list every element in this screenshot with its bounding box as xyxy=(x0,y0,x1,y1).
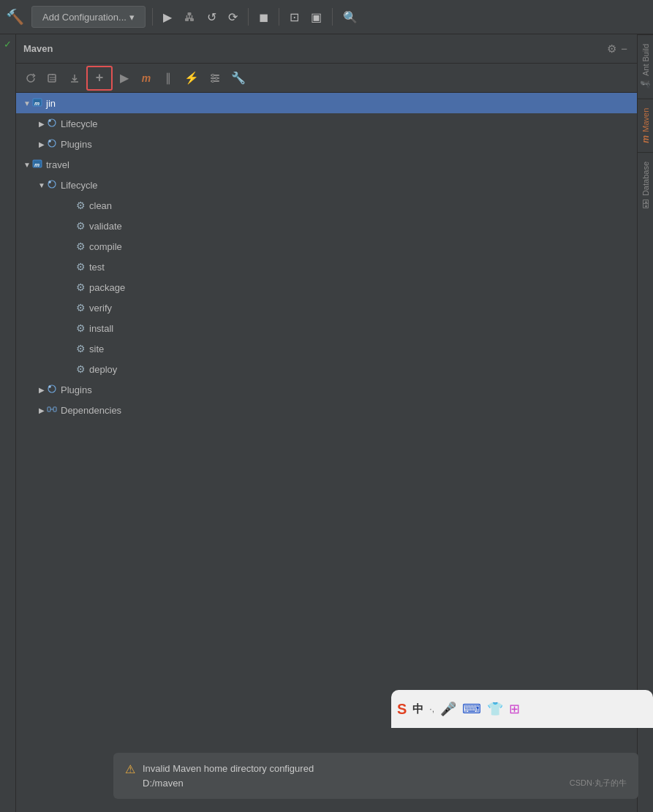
maven-download-button[interactable] xyxy=(64,68,85,88)
ant-tab-label: Ant Build xyxy=(641,44,650,76)
sidebar-tab-ant[interactable]: 🐜 Ant Build xyxy=(638,34,654,99)
tree-item-travel-plugins[interactable]: ▶ Plugins xyxy=(16,379,637,400)
tree-item-deploy[interactable]: ▶ ⚙ deploy xyxy=(16,359,637,379)
travel-maven-icon: m xyxy=(32,159,42,171)
jin-toggle[interactable]: ▼ xyxy=(22,99,32,107)
ant-tab-icon: 🐜 xyxy=(641,79,651,90)
maven-minimize-button[interactable]: − xyxy=(619,40,630,57)
test-label: test xyxy=(89,262,105,273)
maven-add-project-button[interactable] xyxy=(42,68,63,88)
toolbar-separator-3 xyxy=(279,8,279,26)
svg-rect-2 xyxy=(187,12,191,15)
maven-run-button[interactable]: ▶ xyxy=(114,68,135,88)
maven-panel-title: Maven xyxy=(23,43,605,54)
travel-dependencies-toggle[interactable]: ▶ xyxy=(37,406,47,414)
compile-label: compile xyxy=(89,241,122,252)
svg-point-12 xyxy=(212,74,214,76)
maven-wrench-button[interactable]: 🔧 xyxy=(227,68,250,88)
svg-point-14 xyxy=(212,80,214,82)
maven-execute-button[interactable]: m xyxy=(136,68,156,88)
maven-tab-label: Maven xyxy=(641,108,650,132)
ime-mic-icon[interactable]: 🎤 xyxy=(440,701,456,717)
tree-item-jin-lifecycle[interactable]: ▶ Lifecycle xyxy=(16,113,637,134)
sidebar-tab-maven[interactable]: m Maven xyxy=(638,99,654,152)
run-button[interactable]: ▶ xyxy=(159,7,175,27)
test-gear-icon: ⚙ xyxy=(76,261,86,273)
tree-item-travel-lifecycle[interactable]: ▼ Lifecycle xyxy=(16,175,637,195)
tree-item-jin[interactable]: ▼ m jin xyxy=(16,93,637,113)
travel-plugins-label: Plugins xyxy=(61,384,92,395)
travel-lifecycle-label: Lifecycle xyxy=(61,180,98,191)
ime-zh-label[interactable]: 中 xyxy=(412,702,423,716)
ime-shirt-icon[interactable]: 👕 xyxy=(487,701,503,717)
maven-toggle-offline-button[interactable]: ∥ xyxy=(158,68,178,88)
jin-maven-icon: m xyxy=(32,97,42,110)
ime-s-logo: S xyxy=(397,701,407,718)
tree-item-validate[interactable]: ▶ ⚙ validate xyxy=(16,216,637,236)
jin-lifecycle-toggle[interactable]: ▶ xyxy=(37,120,47,128)
ime-keyboard-icon[interactable]: ⌨ xyxy=(462,701,481,717)
search-button[interactable]: 🔍 xyxy=(339,7,361,27)
package-gear-icon: ⚙ xyxy=(76,281,86,293)
jin-plugins-toggle[interactable]: ▶ xyxy=(37,140,47,148)
deploy-label: deploy xyxy=(89,364,117,375)
stop-button[interactable]: ◼ xyxy=(255,7,272,27)
tree-item-compile[interactable]: ▶ ⚙ compile xyxy=(16,236,637,257)
maven-settings-button[interactable]: ⚙ xyxy=(605,40,619,58)
site-gear-icon: ⚙ xyxy=(76,343,86,354)
tree-item-clean[interactable]: ▶ ⚙ clean xyxy=(16,195,637,216)
tree-item-install[interactable]: ▶ ⚙ install xyxy=(16,318,637,338)
svg-point-27 xyxy=(49,181,50,182)
tree-item-travel[interactable]: ▼ m travel xyxy=(16,154,637,175)
maven-add-button[interactable]: + xyxy=(86,66,113,91)
travel-dependencies-label: Dependencies xyxy=(61,405,121,416)
toolbar-separator xyxy=(152,8,153,26)
package-label: package xyxy=(89,282,125,293)
jin-label: jin xyxy=(46,98,56,109)
jin-lifecycle-icon xyxy=(47,118,57,130)
deploy-gear-icon: ⚙ xyxy=(76,363,86,375)
clean-label: clean xyxy=(89,200,112,211)
travel-toggle[interactable]: ▼ xyxy=(22,161,32,169)
svg-point-19 xyxy=(49,120,50,121)
travel-lifecycle-icon xyxy=(47,179,57,191)
hammer-icon: 🔨 xyxy=(6,8,24,26)
svg-rect-32 xyxy=(53,407,56,411)
warning-source: CSDN·丸子的牛 xyxy=(570,778,627,789)
database-tab-icon: 🗄 xyxy=(641,199,651,208)
tree-item-site[interactable]: ▶ ⚙ site xyxy=(16,338,637,359)
svg-text:m: m xyxy=(34,162,39,168)
maven-toolbar: + ▶ m ∥ ⚡ 🔧 xyxy=(16,64,637,93)
build-button[interactable] xyxy=(180,8,199,26)
svg-rect-7 xyxy=(48,75,56,82)
verify-gear-icon: ⚙ xyxy=(76,302,86,314)
tree-item-jin-plugins[interactable]: ▶ Plugins xyxy=(16,134,637,154)
add-configuration-button[interactable]: Add Configuration... ▾ xyxy=(31,6,146,28)
ime-grid-icon[interactable]: ⊞ xyxy=(509,701,520,717)
maven-options-button[interactable] xyxy=(205,68,225,88)
travel-plugins-icon xyxy=(47,384,57,396)
maven-tab-icon: m xyxy=(641,135,651,143)
validate-label: validate xyxy=(89,221,122,232)
back-button[interactable]: ↺ xyxy=(203,7,220,27)
reload-button[interactable]: ⟳ xyxy=(224,7,241,27)
travel-plugins-toggle[interactable]: ▶ xyxy=(37,386,47,394)
jin-plugins-icon xyxy=(47,138,57,151)
maven-header: Maven ⚙ − xyxy=(16,34,637,64)
install-gear-icon: ⚙ xyxy=(76,322,86,334)
tree-item-verify[interactable]: ▶ ⚙ verify xyxy=(16,297,637,318)
site-label: site xyxy=(89,344,104,354)
warning-line2: D:/maven xyxy=(143,776,314,791)
sidebar-tab-database[interactable]: 🗄 Database xyxy=(638,152,654,217)
tree-item-package[interactable]: ▶ ⚙ package xyxy=(16,277,637,297)
travel-lifecycle-toggle[interactable]: ▼ xyxy=(37,181,47,189)
ime-dot-label[interactable]: ·, xyxy=(429,704,434,714)
verify-label: verify xyxy=(89,303,112,314)
screen2-button[interactable]: ▣ xyxy=(307,7,325,27)
toolbar-separator-4 xyxy=(332,8,333,26)
maven-lightning-button[interactable]: ⚡ xyxy=(180,68,203,88)
screen1-button[interactable]: ⊡ xyxy=(286,7,303,27)
tree-item-travel-dependencies[interactable]: ▶ Dependencies xyxy=(16,400,637,420)
tree-item-test[interactable]: ▶ ⚙ test xyxy=(16,257,637,277)
maven-refresh-button[interactable] xyxy=(20,68,41,88)
